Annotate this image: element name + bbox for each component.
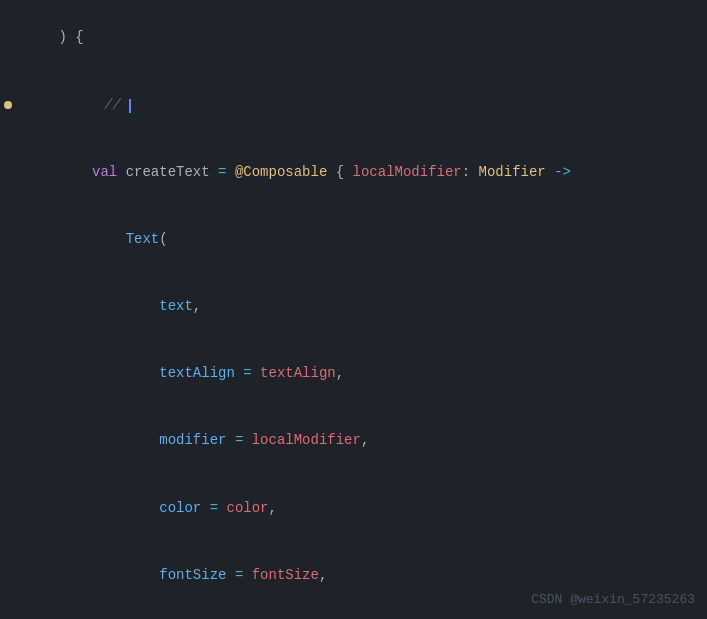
code-line-2: // [0, 71, 707, 138]
code-token [70, 97, 104, 113]
code-line-6: textAlign = textAlign, [0, 340, 707, 407]
code-line-4: Text( [0, 206, 707, 273]
code-line-5: text, [0, 273, 707, 340]
code-line-7: modifier = localModifier, [0, 407, 707, 474]
code-token: ) { [58, 29, 83, 45]
breakpoint-dot [4, 101, 12, 109]
code-editor: ) { // val createText = @Composable { lo… [0, 0, 707, 619]
text-cursor [129, 99, 131, 113]
code-comment: // [104, 97, 129, 113]
code-line-3: val createText = @Composable { localModi… [0, 138, 707, 205]
code-line-1: ) { [0, 4, 707, 71]
code-line-8: color = color, [0, 474, 707, 541]
watermark: CSDN @weixin_57235263 [531, 590, 695, 611]
